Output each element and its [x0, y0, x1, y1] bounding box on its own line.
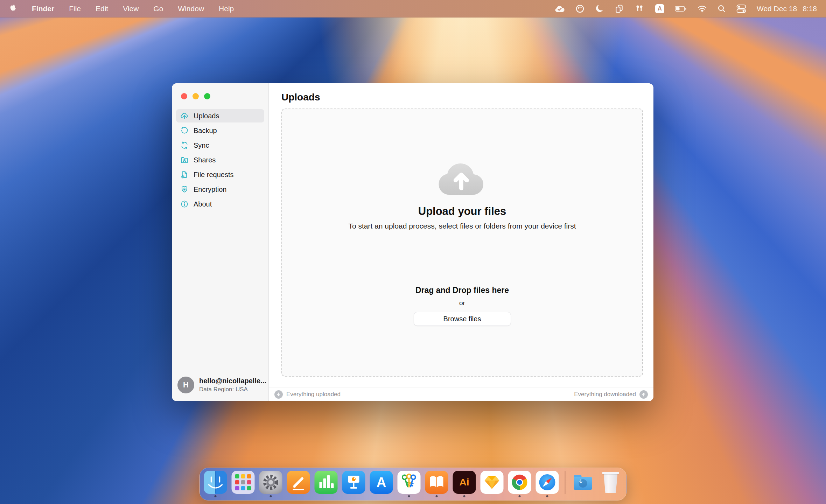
page-title: Uploads [269, 83, 653, 103]
dock-sketch-icon[interactable] [481, 471, 504, 497]
clock-date: Wed Dec 18 [757, 5, 797, 13]
downloaded-status-text: Everything downloaded [574, 391, 636, 398]
sidebar-item-shares[interactable]: Shares [176, 153, 264, 167]
dock-safari-icon[interactable] [536, 471, 559, 497]
upload-dropzone[interactable]: Upload your files To start an upload pro… [281, 108, 643, 377]
wifi-icon[interactable] [697, 5, 707, 13]
encryption-shield-icon [180, 185, 189, 194]
main-pane: Uploads Upload your files To start an up… [269, 83, 653, 401]
dropzone-heading: Upload your files [418, 205, 506, 218]
dock: A [200, 468, 627, 500]
sidebar-item-label: Uploads [194, 112, 219, 120]
menu-bar: Finder File Edit View Go Window Help [0, 0, 826, 18]
dock-passwords-icon[interactable] [398, 471, 421, 497]
upload-cloud-icon [180, 112, 189, 120]
minimize-button[interactable] [192, 93, 199, 99]
sync-arrows-icon [180, 141, 189, 149]
spotlight-search-icon[interactable] [718, 5, 726, 13]
account-row[interactable]: H hello@nicollapelle... Data Region: USA [172, 370, 268, 401]
sidebar-item-label: Backup [194, 127, 217, 135]
dock-illustrator-icon[interactable]: Ai [453, 471, 476, 497]
menu-item-edit[interactable]: Edit [96, 5, 108, 13]
clock-time: 8:18 [803, 5, 817, 13]
dock-books-icon[interactable] [425, 471, 448, 497]
dock-system-settings-icon[interactable] [259, 471, 282, 497]
battery-icon[interactable] [675, 6, 687, 12]
cloud-check-icon[interactable] [554, 5, 565, 13]
illustrator-glyph: Ai [460, 477, 469, 488]
browse-files-button[interactable]: Browse files [414, 312, 511, 326]
sidebar-item-label: Sync [194, 141, 209, 149]
airpods-icon[interactable] [634, 4, 645, 13]
window-controls [172, 83, 268, 99]
uploaded-status-icon [274, 390, 283, 399]
apple-logo-icon[interactable] [9, 4, 17, 14]
uploaded-status-text: Everything uploaded [286, 391, 341, 398]
dock-finder-icon[interactable] [204, 471, 227, 497]
menu-item-finder[interactable]: Finder [32, 5, 54, 13]
input-source-icon[interactable]: A [655, 4, 664, 13]
drag-drop-label: Drag and Drop files here [415, 286, 509, 295]
zoom-button[interactable] [204, 93, 210, 99]
info-circle-icon [180, 200, 189, 208]
stage-manager-icon[interactable] [615, 4, 624, 13]
avatar: H [177, 377, 194, 393]
sidebar-item-file-requests[interactable]: File requests [176, 168, 264, 181]
app-store-glyph: A [377, 475, 386, 490]
account-email: hello@nicollapelle... [199, 377, 266, 385]
dock-app-store-icon[interactable]: A [370, 471, 393, 497]
sidebar-item-sync[interactable]: Sync [176, 139, 264, 152]
dock-keynote-icon[interactable] [342, 471, 365, 497]
backup-restore-icon [180, 126, 189, 135]
shared-folder-icon [180, 156, 189, 164]
sidebar-item-about[interactable]: About [176, 197, 264, 211]
creative-cloud-icon[interactable] [575, 4, 584, 13]
account-data-region: Data Region: USA [199, 386, 266, 393]
status-bar: Everything uploaded Everything downloade… [269, 387, 653, 401]
file-request-icon [180, 170, 189, 179]
dock-pages-icon[interactable] [287, 471, 310, 497]
dock-downloads-folder-icon[interactable] [572, 471, 595, 497]
menu-item-window[interactable]: Window [178, 5, 204, 13]
sidebar-nav: Uploads Backup Sync [172, 109, 268, 211]
dock-numbers-icon[interactable] [315, 471, 338, 497]
sidebar-item-backup[interactable]: Backup [176, 124, 264, 137]
dock-trash-icon[interactable] [599, 471, 622, 497]
menu-item-view[interactable]: View [123, 5, 139, 13]
sidebar-item-uploads[interactable]: Uploads [176, 109, 264, 122]
menu-bar-clock[interactable]: Wed Dec 18 8:18 [757, 5, 817, 13]
upload-cloud-large-icon [436, 161, 489, 199]
moon-focus-icon[interactable] [595, 4, 604, 13]
downloaded-status-icon [639, 390, 648, 399]
sidebar-item-encryption[interactable]: Encryption [176, 183, 264, 196]
app-window: Uploads Backup Sync [172, 83, 653, 401]
menu-item-help[interactable]: Help [219, 5, 234, 13]
or-label: or [459, 299, 465, 307]
window-sidebar: Uploads Backup Sync [172, 83, 269, 401]
menu-item-file[interactable]: File [69, 5, 81, 13]
control-center-icon[interactable] [736, 4, 746, 14]
sidebar-item-label: Encryption [194, 186, 227, 194]
close-button[interactable] [181, 93, 187, 99]
menu-item-go[interactable]: Go [153, 5, 163, 13]
sidebar-item-label: About [194, 200, 212, 208]
sidebar-item-label: File requests [194, 171, 234, 179]
dock-launchpad-icon[interactable] [232, 471, 255, 497]
dropzone-subheading: To start an upload process, select files… [348, 222, 576, 230]
dock-separator [565, 471, 566, 494]
sidebar-item-label: Shares [194, 156, 216, 164]
dock-chrome-icon[interactable] [508, 471, 531, 497]
